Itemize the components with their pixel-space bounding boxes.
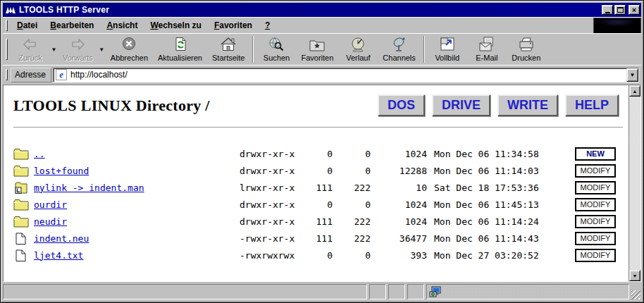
file-link[interactable]: ourdir (34, 199, 240, 210)
vertical-scrollbar[interactable]: ▲ ▼ (628, 85, 640, 281)
page-ie-icon: e (56, 69, 67, 80)
address-label: Adresse (11, 68, 51, 82)
scroll-up-icon[interactable]: ▲ (629, 85, 640, 97)
file-size: 1024 (371, 149, 427, 159)
history-button[interactable]: Verlauf (338, 35, 378, 64)
permissions: drwxr-xr-x (240, 199, 307, 210)
gid: 0 (333, 166, 371, 176)
modify-button[interactable]: MODIFY (575, 232, 616, 245)
table-row: ourdir drwxr-xr-x 0 0 1024 Mon Dec 06 11… (13, 196, 626, 213)
file-date: Mon Dec 06 11:34:58 (434, 149, 565, 159)
minimize-button[interactable] (602, 5, 613, 15)
print-button[interactable]: Drucken (507, 35, 546, 64)
favorites-folder-icon (309, 37, 326, 52)
uid: 111 (307, 216, 333, 227)
file-link[interactable]: lost+found (34, 166, 240, 176)
modify-button[interactable]: MODIFY (575, 164, 616, 178)
file-link[interactable]: ljet4.txt (34, 250, 240, 261)
refresh-button[interactable]: Aktualisieren (153, 35, 207, 64)
menu-hilfe[interactable]: ? (259, 18, 276, 32)
home-icon (220, 37, 237, 52)
gid: 222 (333, 233, 371, 244)
scrollbar-track[interactable] (629, 97, 640, 270)
menu-ansicht[interactable]: Ansicht (100, 18, 144, 32)
folder-icon (13, 216, 29, 228)
file-icon (13, 233, 29, 245)
stop-icon (120, 37, 137, 52)
table-row: .. drwxr-xr-x 0 0 1024 Mon Dec 06 11:34:… (13, 145, 626, 162)
file-size: 36477 (371, 233, 427, 244)
toolbar-grip[interactable] (6, 39, 8, 59)
modify-button[interactable]: MODIFY (575, 249, 616, 262)
permissions: drwxr-xr-x (240, 216, 307, 227)
home-button[interactable]: Startseite (207, 35, 249, 64)
status-panel (407, 284, 424, 299)
forward-dropdown[interactable]: ▼ (98, 35, 106, 64)
browser-window: LTOOLS HTTP Server × Datei Bearbeiten An… (0, 0, 644, 303)
new-button[interactable]: NEW (575, 147, 616, 161)
menu-bearbeiten[interactable]: Bearbeiten (44, 18, 100, 32)
modify-button[interactable]: MODIFY (575, 215, 616, 228)
file-date: Sat Dec 18 17:53:36 (434, 183, 565, 193)
write-button[interactable]: WRITE (497, 94, 558, 116)
resize-grip[interactable] (631, 290, 640, 299)
permissions: drwxr-xr-x (240, 166, 307, 176)
file-size: 1024 (371, 216, 427, 227)
uid: 111 (307, 233, 333, 244)
favorites-button[interactable]: Favoriten (296, 35, 338, 64)
table-row: indent.neu -rwxr-xr-x 111 222 36477 Mon … (13, 230, 626, 247)
uid: 0 (307, 166, 333, 176)
help-button[interactable]: HELP (565, 94, 619, 116)
address-input[interactable]: e http://localhost/ ▼ (53, 68, 639, 82)
scroll-down-icon[interactable]: ▼ (629, 270, 640, 281)
file-listing: .. drwxr-xr-x 0 0 1024 Mon Dec 06 11:34:… (13, 145, 626, 264)
status-panel (388, 284, 405, 299)
menu-favoriten[interactable]: Favoriten (208, 18, 259, 32)
address-dropdown-button[interactable]: ▼ (626, 68, 638, 82)
address-url[interactable]: http://localhost/ (70, 70, 626, 80)
status-bar (3, 283, 641, 300)
security-zone-panel (426, 284, 629, 299)
file-size: 10 (371, 183, 427, 193)
menu-datei[interactable]: Datei (11, 18, 44, 32)
menubar-grip[interactable] (6, 20, 8, 30)
addressbar-grip[interactable] (6, 69, 8, 80)
gid: 222 (333, 183, 371, 193)
stop-button[interactable]: Abbrechen (106, 35, 153, 64)
back-dropdown[interactable]: ▼ (50, 35, 58, 64)
address-bar: Adresse e http://localhost/ ▼ (3, 65, 641, 84)
status-message-panel (3, 284, 367, 299)
file-date: Mon Dec 06 11:14:24 (434, 216, 565, 227)
modify-button[interactable]: MODIFY (575, 198, 616, 211)
search-button[interactable]: Suchen (256, 35, 296, 64)
uid: 111 (307, 183, 333, 193)
ie-throbber-logo (593, 18, 641, 34)
file-link[interactable]: mylink -> indent.man (34, 183, 240, 193)
symlink-icon (13, 182, 29, 194)
channels-button[interactable]: Channels (378, 35, 420, 64)
maximize-button[interactable] (614, 5, 626, 15)
mail-button[interactable]: E-Mail (467, 35, 507, 64)
gid: 222 (333, 216, 371, 227)
app-icon (4, 5, 17, 16)
back-button[interactable]: Zurück (11, 35, 50, 64)
close-button[interactable]: × (628, 5, 640, 15)
folder-icon (13, 165, 29, 177)
menu-wechseln-zu[interactable]: Wechseln zu (144, 18, 207, 32)
fullscreen-icon (439, 37, 456, 52)
modify-button[interactable]: MODIFY (575, 181, 616, 194)
status-panel (369, 284, 386, 299)
fullscreen-button[interactable]: Vollbild (428, 35, 467, 64)
drive-button[interactable]: DRIVE (432, 94, 490, 116)
forward-button[interactable]: Vorwärts (58, 35, 98, 64)
table-row: mylink -> indent.man lrwxr-xr-x 111 222 … (13, 179, 626, 196)
file-link[interactable]: .. (34, 149, 240, 159)
file-link[interactable]: neudir (34, 216, 240, 227)
dos-button[interactable]: DOS (378, 94, 425, 116)
page-title: LTOOLS LINUX Directory / (13, 97, 378, 115)
file-link[interactable]: indent.neu (34, 233, 240, 244)
search-icon (268, 37, 285, 52)
title-bar: LTOOLS HTTP Server × (3, 3, 641, 17)
toolbar-separator (252, 36, 254, 63)
permissions: -rwxr-xr-x (240, 233, 307, 244)
